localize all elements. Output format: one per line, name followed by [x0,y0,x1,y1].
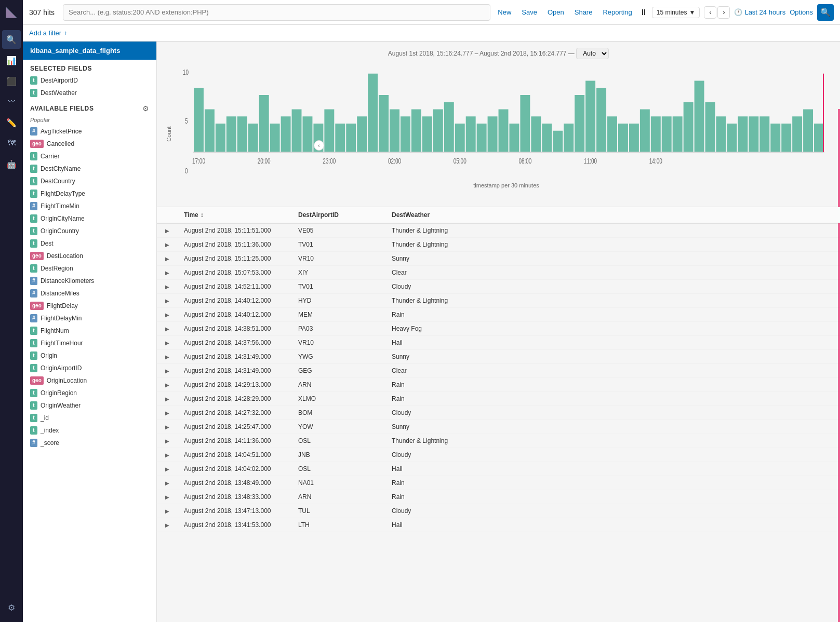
save-button[interactable]: Save [518,6,540,18]
time-next-button[interactable]: › [717,6,730,19]
row-expand-arrow[interactable]: ▶ [163,242,171,248]
svg-rect-31 [499,110,509,153]
field-item[interactable]: geoFlightDelay [23,300,156,312]
field-item[interactable]: geoCancelled [23,138,156,150]
field-item[interactable]: tFlightTimeHour [23,337,156,349]
row-expand-arrow[interactable]: ▶ [163,480,171,486]
field-item[interactable]: t_index [23,424,156,437]
field-item[interactable]: tOriginCountry [23,225,156,237]
time-prev-button[interactable]: ‹ [704,6,716,19]
field-type-icon: geo [30,140,44,148]
row-expand-arrow[interactable]: ▶ [163,256,171,262]
row-expand-arrow[interactable]: ▶ [163,410,171,416]
row-expand-arrow[interactable]: ▶ [163,354,171,360]
field-item[interactable]: tOriginRegion [23,387,156,399]
selected-field-item[interactable]: tDestWeather [23,87,156,99]
row-dest-airport: XIY [292,266,385,280]
field-item[interactable]: tFlightDelayType [23,187,156,200]
canvas-nav-item[interactable]: ✏️ [2,113,21,132]
management-nav-item[interactable]: ⚙ [2,598,21,617]
field-item[interactable]: tOriginWeather [23,399,156,412]
row-expand-arrow[interactable]: ▶ [163,522,171,528]
row-expand-arrow[interactable]: ▶ [163,508,171,514]
sidebar-collapse-button[interactable]: ‹ [314,140,324,151]
row-expand-arrow[interactable]: ▶ [163,228,171,234]
fields-settings-icon[interactable]: ⚙ [142,104,149,113]
open-button[interactable]: Open [544,6,567,18]
field-item[interactable]: tOriginCityName [23,212,156,225]
discover-nav-item[interactable]: 🔍 [2,30,21,49]
field-item[interactable]: geoOriginLocation [23,374,156,387]
field-item[interactable]: #_score [23,437,156,449]
field-item[interactable]: tDestRegion [23,262,156,275]
row-expand-arrow[interactable]: ▶ [163,270,171,276]
field-item[interactable]: #DistanceMiles [23,287,156,300]
row-expand-arrow[interactable]: ▶ [163,326,171,332]
selected-field-item[interactable]: tDestAirportID [23,74,156,87]
table-row: ▶ August 2nd 2018, 15:07:53.000 XIY Clea… [157,266,840,280]
share-button[interactable]: Share [571,6,596,18]
timelion-nav-item[interactable]: 〰 [2,92,21,111]
row-expand-arrow[interactable]: ▶ [163,452,171,458]
field-item[interactable]: tCarrier [23,150,156,163]
field-item[interactable]: tFlightNum [23,324,156,337]
visualize-nav-item[interactable]: 📊 [2,51,21,70]
search-execute-button[interactable]: 🔍 [817,4,834,21]
svg-text:20:00: 20:00 [258,157,271,165]
ml-nav-item[interactable]: 🤖 [2,155,21,173]
dashboard-nav-item[interactable]: ⬛ [2,72,21,90]
row-time: August 2nd 2018, 15:11:25.000 [178,252,292,266]
row-expand-arrow[interactable]: ▶ [163,382,171,388]
index-pattern-name[interactable]: kibana_sample_data_flights [23,42,156,60]
svg-rect-44 [640,110,650,153]
row-expand-arrow[interactable]: ▶ [163,494,171,500]
histogram-svg: 10 5 0 17:0020:0023:0002:0005:0008:0011:… [183,66,830,181]
field-item[interactable]: #AvgTicketPrice [23,125,156,138]
row-time: August 2nd 2018, 15:11:51.000 [178,223,292,238]
svg-rect-42 [618,124,628,152]
row-expand-arrow[interactable]: ▶ [163,466,171,472]
field-item[interactable]: tDestCountry [23,175,156,187]
row-dest-weather: Thunder & Lightning [385,238,840,252]
reporting-button[interactable]: Reporting [599,6,635,18]
row-expand-arrow[interactable]: ▶ [163,424,171,430]
field-item[interactable]: #FlightTimeMin [23,200,156,212]
row-expand-arrow[interactable]: ▶ [163,284,171,290]
field-item[interactable]: #FlightDelayMin [23,312,156,324]
row-dest-weather: Sunny [385,420,840,434]
row-expand-arrow[interactable]: ▶ [163,438,171,444]
row-expand-arrow[interactable]: ▶ [163,312,171,318]
new-button[interactable]: New [495,6,514,18]
row-time: August 2nd 2018, 14:29:13.000 [178,378,292,392]
field-name: DestCountry [41,178,75,185]
row-expand-arrow[interactable]: ▶ [163,368,171,374]
row-dest-airport: ARN [292,378,385,392]
maps-nav-item[interactable]: 🗺 [2,134,21,153]
last-time-selector[interactable]: 🕐 Last 24 hours [734,8,785,16]
field-item[interactable]: tOriginAirportID [23,362,156,374]
field-item[interactable]: #DistanceKilometers [23,275,156,287]
row-time: August 2nd 2018, 13:48:49.000 [178,476,292,490]
field-item[interactable]: tOrigin [23,349,156,362]
add-filter-button[interactable]: Add a filter + [29,29,67,37]
field-item[interactable]: geoDestLocation [23,250,156,262]
search-input[interactable] [63,4,490,21]
row-expand-arrow[interactable]: ▶ [163,298,171,304]
interval-selector[interactable]: 15 minutes ▼ [652,7,700,18]
pause-button[interactable]: ⏸ [639,8,648,17]
row-time: August 2nd 2018, 14:31:49.000 [178,350,292,364]
auto-interval-select[interactable]: Auto [576,48,609,59]
field-item[interactable]: t_id [23,412,156,424]
svg-rect-55 [759,116,769,152]
field-item[interactable]: tDestCityName [23,163,156,175]
table-row: ▶ August 2nd 2018, 14:52:11.000 TV01 Clo… [157,280,840,294]
options-button[interactable]: Options [790,8,813,16]
field-name: DestWeather [41,89,77,97]
row-expand-arrow[interactable]: ▶ [163,396,171,402]
svg-rect-27 [455,124,465,152]
field-item[interactable]: tDest [23,237,156,250]
th-time[interactable]: Time ↕ [178,207,292,224]
row-dest-weather: Clear [385,364,840,378]
row-expand-arrow[interactable]: ▶ [163,340,171,346]
field-type-icon: # [30,202,37,210]
